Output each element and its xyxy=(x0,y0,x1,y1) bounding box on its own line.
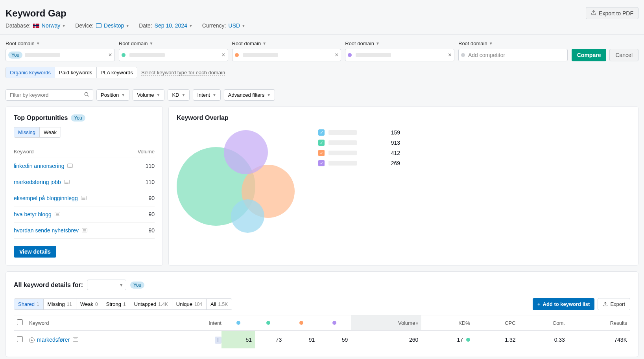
tab-paid-keywords[interactable]: Paid keywords xyxy=(55,67,97,78)
date-filter[interactable]: Date: Sep 10, 2024 ▼ xyxy=(139,22,193,29)
col-keyword[interactable]: Keyword xyxy=(26,315,174,331)
device-label: Device: xyxy=(75,22,94,29)
view-details-button[interactable]: View details xyxy=(14,246,56,258)
filter-keyword-input[interactable] xyxy=(6,89,80,101)
legend-domain-masked xyxy=(328,130,357,135)
row-checkbox[interactable] xyxy=(17,336,23,342)
tab-pla-keywords[interactable]: PLA keywords xyxy=(97,67,137,78)
select-keyword-type-link[interactable]: Select keyword type for each domain xyxy=(141,70,225,76)
keyword-link[interactable]: eksempel på blogginnlegg xyxy=(14,195,78,201)
close-icon[interactable]: × xyxy=(221,52,225,59)
col-results[interactable]: Results xyxy=(568,315,630,331)
root-domain-dropdown-5[interactable]: Root domain ▼ xyxy=(458,41,493,46)
legend-value: 269 xyxy=(361,160,400,166)
cpc-value: 1.32 xyxy=(473,331,519,349)
close-icon[interactable]: × xyxy=(108,52,112,59)
table-row: hva betyr blogg 90 xyxy=(14,206,155,223)
col-domain-1[interactable] xyxy=(225,315,252,331)
volume-filter[interactable]: Volume ▼ xyxy=(133,89,164,101)
serp-icon[interactable] xyxy=(73,337,78,342)
chevron-down-icon: ▼ xyxy=(262,41,266,46)
cancel-button[interactable]: Cancel xyxy=(609,49,638,61)
keyword-link[interactable]: hva betyr blogg xyxy=(14,211,52,217)
tab-all[interactable]: All1.5K xyxy=(207,299,232,309)
legend-checkbox[interactable]: ✓ xyxy=(318,160,325,166)
col-com[interactable]: Com. xyxy=(519,315,568,331)
position-filter[interactable]: Position ▼ xyxy=(96,89,129,101)
keyword-type-tabs: Organic keywords Paid keywords PLA keywo… xyxy=(6,67,137,78)
col-domain-4[interactable] xyxy=(318,315,351,331)
expand-icon[interactable]: + xyxy=(29,337,35,343)
export-button[interactable]: Export xyxy=(598,298,630,310)
keyword-link[interactable]: hvordan sende nyhetsbrev xyxy=(14,227,79,234)
col-checkbox[interactable] xyxy=(14,315,26,331)
col-intent[interactable]: Intent xyxy=(174,315,225,331)
currency-label: Currency: xyxy=(202,22,226,29)
keyword-link[interactable]: markedsfører xyxy=(37,337,70,343)
legend-checkbox[interactable]: ✓ xyxy=(318,150,325,156)
tab-organic-keywords[interactable]: Organic keywords xyxy=(6,67,55,78)
keyword-details-title: All keyword details for: xyxy=(14,282,83,289)
col-volume[interactable]: Volume xyxy=(128,145,155,158)
serp-icon[interactable] xyxy=(64,180,70,184)
domain-input-you[interactable]: You × xyxy=(6,49,115,61)
kd-filter[interactable]: KD ▼ xyxy=(168,89,190,101)
currency-filter[interactable]: Currency: USD ▼ xyxy=(202,22,245,29)
export-pdf-button[interactable]: Export to PDF xyxy=(586,7,638,19)
device-filter[interactable]: Device: Desktop ▼ xyxy=(75,22,129,29)
venn-circle-purple xyxy=(224,130,268,174)
tab-strong[interactable]: Strong1 xyxy=(102,299,130,309)
search-icon xyxy=(84,92,89,97)
legend-value: 159 xyxy=(361,129,400,136)
opportunities-table: Keyword Volume linkedin annonsering 110m… xyxy=(14,145,155,239)
search-button[interactable] xyxy=(80,89,93,101)
advanced-filters[interactable]: Advanced filters ▼ xyxy=(224,89,275,101)
table-row: linkedin annonsering 110 xyxy=(14,158,155,174)
domain-input-4[interactable]: × xyxy=(345,49,454,61)
root-domain-dropdown-3[interactable]: Root domain ▼ xyxy=(232,41,267,46)
domain-color-dot xyxy=(348,53,352,57)
legend-checkbox[interactable]: ✓ xyxy=(318,140,325,146)
database-filter[interactable]: Database: Norway ▼ xyxy=(6,22,66,29)
add-competitor-placeholder: Add competitor xyxy=(467,52,505,58)
tab-weak[interactable]: Weak0 xyxy=(76,299,102,309)
root-domain-dropdown-4[interactable]: Root domain ▼ xyxy=(345,41,380,46)
tab-weak[interactable]: Weak xyxy=(40,127,61,137)
volume-value: 110 xyxy=(128,158,155,174)
export-pdf-label: Export to PDF xyxy=(599,10,633,17)
tab-unique[interactable]: Unique104 xyxy=(172,299,207,309)
compare-button[interactable]: Compare xyxy=(572,49,607,61)
tab-untapped[interactable]: Untapped1.4K xyxy=(130,299,172,309)
close-icon[interactable]: × xyxy=(335,52,338,59)
keyword-link[interactable]: linkedin annonsering xyxy=(14,163,64,169)
col-domain-2[interactable] xyxy=(252,315,285,331)
domain-input-add[interactable]: Add competitor xyxy=(458,49,568,61)
select-all-checkbox[interactable] xyxy=(17,319,23,325)
col-keyword[interactable]: Keyword xyxy=(14,145,128,158)
tab-missing[interactable]: Missing xyxy=(14,127,40,137)
serp-icon[interactable] xyxy=(82,228,87,232)
details-domain-select[interactable] xyxy=(87,280,126,290)
chevron-down-icon: ▼ xyxy=(125,24,129,28)
col-cpc[interactable]: CPC xyxy=(473,315,519,331)
add-to-keyword-list-button[interactable]: + Add to keyword list xyxy=(533,298,595,310)
close-icon[interactable]: × xyxy=(448,52,452,59)
domain-color-dot xyxy=(122,53,125,57)
root-domain-dropdown-2[interactable]: Root domain ▼ xyxy=(119,41,153,46)
tab-shared[interactable]: Shared1 xyxy=(14,299,44,309)
serp-icon[interactable] xyxy=(67,164,73,168)
serp-icon[interactable] xyxy=(81,196,87,200)
intent-filter[interactable]: Intent ▼ xyxy=(193,89,220,101)
root-domain-dropdown-1[interactable]: Root domain ▼ xyxy=(6,41,40,46)
tab-missing[interactable]: Missing11 xyxy=(44,299,76,309)
position-value: 73 xyxy=(252,331,285,349)
legend-checkbox[interactable]: ✓ xyxy=(318,129,325,136)
domain-input-2[interactable]: × xyxy=(119,49,228,61)
domain-input-3[interactable]: × xyxy=(232,49,341,61)
col-kd[interactable]: KD% xyxy=(421,315,473,331)
keyword-link[interactable]: markedsføring jobb xyxy=(14,179,61,185)
serp-icon[interactable] xyxy=(55,212,60,216)
col-volume[interactable]: Volume≡ xyxy=(351,315,421,331)
col-domain-3[interactable] xyxy=(285,315,318,331)
keyword-overlap-title: Keyword Overlap xyxy=(177,114,229,121)
